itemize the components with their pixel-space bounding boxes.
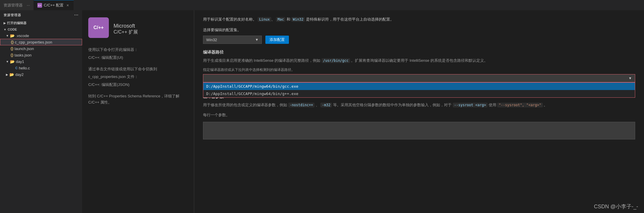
compiler-args-sep1: 、 (316, 103, 319, 107)
cpp-title-text: Microsoft C/C++ 扩展 (114, 23, 138, 35)
folder-day1-icon: 📂 (10, 59, 15, 64)
tab-close-icon[interactable]: × (65, 3, 70, 8)
section2-link[interactable]: C/C++: 编辑配置(JSON) (88, 82, 188, 88)
launch-json-label: launch.json (14, 46, 34, 51)
c-file-icon: C (15, 66, 18, 70)
section2-file: c_cpp_properties.json 文件： (88, 74, 188, 80)
tab-explorer: 资源管理器 ··· (0, 0, 34, 10)
json-icon-ccpp: {} (11, 40, 14, 44)
left-panel: C/++ Microsoft C/C++ 扩展 使用以下命令打开此编辑器： C/… (82, 10, 194, 213)
tab-bar: 资源管理器 ··· C+ C/C++ 配置 × (0, 0, 644, 10)
compiler-args-textarea[interactable] (203, 122, 635, 139)
chevron-down-day1-icon: ▼ (6, 60, 9, 63)
compiler-path-input[interactable]: ▼ (203, 74, 635, 82)
dropdown-option-gcc[interactable]: D:/AppInstall/GCCAPP/mingw64/bin/gcc.exe (203, 83, 635, 90)
section1-text: 使用以下命令打开此编辑器： (88, 47, 188, 53)
content-area: C/++ Microsoft C/C++ 扩展 使用以下命令打开此编辑器： C/… (82, 10, 644, 213)
left-panel-section3: 转到 C/C++ Properties Schema Reference，详细了… (88, 93, 188, 106)
sidebar-item-day2[interactable]: ▶ 📂 day2 (0, 71, 82, 78)
compiler-args-code3: --sysroot <arg> (453, 103, 487, 107)
cpp-logo: C/++ (88, 17, 109, 38)
chevron-right-day2-icon: ▶ (6, 73, 8, 76)
section1-link[interactable]: C/C++: 编辑配置(UI) (88, 55, 188, 61)
c-cpp-props-label: c_cpp_properties.json (15, 40, 52, 44)
code-section-label: CODE (8, 28, 17, 31)
sidebar-item-vscode[interactable]: ▼ 📂 .vscode (0, 32, 82, 39)
sidebar-header: 资源管理器 ··· (0, 10, 82, 20)
sidebar-item-hello-c[interactable]: C hello.c (0, 65, 82, 71)
compiler-args-section: 编译器参数 用于修改所使用的包含或定义的编译器参数，例如 -nostdinc++… (203, 94, 635, 140)
compiler-path-desc2: 。扩展将查询编译器以确定要用于 IntelliSense 的系统是否包含路径和默… (351, 58, 487, 63)
select-config-label: 选择要编辑的配置集。 (203, 27, 635, 33)
tab-dots: ··· (27, 3, 30, 7)
compiler-args-desc: 用于修改所使用的包含或定义的编译器参数，例如 -nostdinc++ 、 -m3… (203, 102, 635, 108)
json-icon-tasks: {} (11, 53, 13, 57)
compiler-args-code2: -m32 (320, 103, 332, 107)
code-section-header[interactable]: ▼ CODE (0, 26, 82, 32)
intro-prefix: 用于标识某个配置的友好名称。 (203, 17, 257, 21)
intro-text: 用于标识某个配置的友好名称。 Linux、 Mac 和 Win32 是特殊标识符… (203, 16, 635, 23)
main-layout: 资源管理器 ··· ▶ 打开的编辑器 ▼ CODE ▼ 📂 .vscode {}… (0, 10, 644, 213)
tab-cpp-config[interactable]: C+ C/C++ 配置 × (34, 0, 74, 10)
config-select-row: Win32 ▼ 添加配置 (203, 36, 635, 44)
json-icon-launch: {} (11, 46, 13, 51)
compiler-args-desc1: 用于修改所使用的包含或定义的编译器参数，例如 (203, 103, 287, 107)
chevron-right-icon: ▶ (4, 21, 6, 25)
open-editors-section[interactable]: ▶ 打开的编辑器 (0, 20, 82, 26)
add-config-button[interactable]: 添加配置 (265, 36, 289, 44)
folder-day2-icon: 📂 (9, 72, 14, 77)
section3-text: 转到 C/C++ Properties Schema Reference，详细了… (88, 93, 188, 106)
cpp-tab-icon: C+ (37, 3, 42, 8)
cpp-logo-text: C/++ (94, 25, 104, 30)
cpp-title-block: C/++ Microsoft C/C++ 扩展 (88, 17, 188, 41)
sidebar-item-tasks-json[interactable]: {} tasks.json (0, 52, 82, 58)
config-select-value: Win32 (206, 38, 217, 42)
tab-cpp-label: C/C++ 配置 (44, 3, 64, 8)
section2-prefix: 通过单击文件链接或使用以下命令切换到 (88, 66, 188, 72)
inline-mac: Mac (276, 17, 285, 22)
sidebar-title: 资源管理器 (4, 13, 21, 17)
left-panel-section2: 通过单击文件链接或使用以下命令切换到 c_cpp_properties.json… (88, 66, 188, 88)
inline-linux: Linux (258, 17, 271, 22)
inline-win32: Win32 (291, 17, 305, 22)
hello-c-label: hello.c (19, 66, 30, 70)
compiler-args-per-line: 每行一个参数。 (203, 112, 635, 118)
compiler-args-code4: "--sysroot", "<arg>" (497, 103, 543, 107)
cpp-title-line1: Microsoft (114, 23, 138, 29)
cpp-title-line2: C/C++ 扩展 (114, 29, 138, 35)
compiler-path-desc1: 用于生成项目来启用更准确的 IntelliSense 的编译器的完整路径，例如 (203, 58, 320, 63)
open-editors-label: 打开的编辑器 (7, 21, 26, 25)
sidebar: 资源管理器 ··· ▶ 打开的编辑器 ▼ CODE ▼ 📂 .vscode {}… (0, 10, 82, 213)
intro-suffix: 是特殊标识符，用于在这些平台上自动选择的配置。 (306, 17, 394, 21)
explorer-label: 资源管理器 (4, 3, 23, 8)
compiler-path-code: /usr/bin/gcc (322, 58, 350, 63)
compiler-args-desc4: 。 (544, 103, 548, 107)
compiler-path-dropdown-container: ▼ D:/AppInstall/GCCAPP/mingw64/bin/gcc.e… (203, 74, 635, 82)
compiler-path-desc: 用于生成项目来启用更准确的 IntelliSense 的编译器的完整路径，例如 … (203, 57, 635, 64)
tasks-json-label: tasks.json (14, 53, 31, 57)
sidebar-item-c-cpp-props[interactable]: {} c_cpp_properties.json (0, 39, 82, 45)
chevron-down-code-icon: ▼ (4, 28, 6, 31)
day2-label: day2 (15, 72, 24, 77)
section2-prefix-text: 通过单击文件链接或使用以下命令切换到 (88, 67, 157, 71)
dropdown-arrow-icon: ▼ (628, 76, 632, 80)
dropdown-option-gpp[interactable]: D:/AppInstall/GCCAPP/mingw64/bin/g++.exe (203, 90, 635, 97)
right-panel: 用于标识某个配置的友好名称。 Linux、 Mac 和 Win32 是特殊标识符… (194, 10, 644, 213)
config-select-arrow-icon: ▼ (255, 38, 259, 42)
sidebar-item-launch-json[interactable]: {} launch.json (0, 45, 82, 52)
chevron-down-vscode-icon: ▼ (6, 34, 9, 37)
left-panel-section1: 使用以下命令打开此编辑器： C/C++: 编辑配置(UI) (88, 47, 188, 61)
sidebar-dots[interactable]: ··· (74, 13, 79, 17)
compiler-args-code1: -nostdinc++ (288, 103, 314, 107)
config-select-dropdown[interactable]: Win32 ▼ (203, 36, 262, 44)
compiler-path-label: 指定编译器路径或从下拉列表中选择检测到的编译器路径。 (203, 67, 635, 72)
vscode-folder-label: .vscode (16, 34, 29, 38)
compiler-path-title: 编译器路径 (203, 50, 635, 55)
day1-label: day1 (16, 59, 24, 64)
compiler-path-dropdown-list: D:/AppInstall/GCCAPP/mingw64/bin/gcc.exe… (203, 82, 635, 98)
folder-icon: 📂 (10, 34, 15, 38)
sidebar-item-day1[interactable]: ▼ 📂 day1 (0, 58, 82, 65)
compiler-args-desc3: 使用 (489, 103, 496, 107)
compiler-args-desc2: 等。采用其他空格分隔参数的数组中作为单独的参数输入，例如，对于 (333, 103, 452, 107)
